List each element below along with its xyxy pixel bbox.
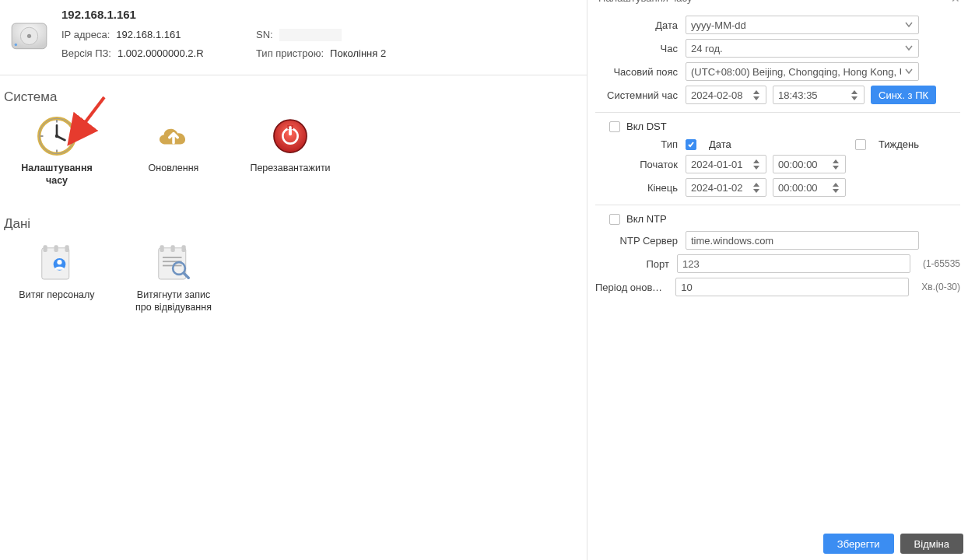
power-icon	[268, 114, 312, 158]
svg-point-3	[15, 44, 17, 46]
time-settings-panel: Налаштування часу ✕ Дата yyyy-MM-dd Час …	[587, 0, 968, 560]
card-time-settings[interactable]: Налаштування часу	[14, 114, 100, 187]
personnel-icon	[35, 241, 79, 285]
stepper-down-icon[interactable]	[752, 95, 761, 101]
dst-start-label: Початок	[595, 159, 686, 170]
card-label: Оновлення	[149, 163, 199, 175]
dst-type-label: Тип	[595, 138, 686, 150]
system-date-value[interactable]	[691, 89, 749, 101]
stepper-down-icon[interactable]	[752, 187, 761, 194]
svg-rect-21	[65, 246, 69, 253]
svg-point-23	[57, 260, 61, 264]
dst-type-date-checkbox[interactable]	[686, 139, 696, 150]
dst-end-time-input[interactable]	[773, 178, 846, 197]
section-system-title: Система	[0, 75, 587, 105]
ntp-server-input[interactable]	[686, 231, 919, 250]
date-format-label: Дата	[595, 19, 686, 31]
device-info: 192.168.1.161 IP адреса: 192.168.1.161 S…	[61, 8, 579, 59]
stepper-up-icon[interactable]	[752, 181, 761, 187]
type-label: Тип пристрою:	[256, 47, 324, 59]
card-label: Перезавантажити	[250, 163, 330, 175]
sn-label: SN:	[256, 29, 273, 41]
data-cards: Витяг персоналу Витягнути запис про відв…	[0, 232, 587, 329]
dst-type-week-label: Тиждень	[879, 138, 919, 150]
clock-icon	[35, 114, 79, 158]
svg-rect-20	[54, 246, 58, 253]
ntp-port-label: Порт	[595, 258, 677, 270]
ntp-server-label: NTP Сервер	[595, 235, 686, 247]
panel-header: Налаштування часу ✕	[587, 0, 968, 8]
separator	[595, 205, 960, 205]
svg-rect-17	[289, 126, 292, 135]
system-date-input[interactable]	[686, 86, 766, 104]
card-extract-records[interactable]: Витягнути запис про відвідування	[131, 241, 216, 313]
svg-rect-26	[171, 246, 175, 253]
device-ip-title: 192.168.1.161	[61, 8, 579, 21]
ntp-port-hint: (1-65535	[923, 258, 960, 269]
system-cards: Налаштування часу Оновлення	[0, 105, 587, 202]
cancel-button[interactable]: Відміна	[900, 534, 963, 554]
stepper-down-icon[interactable]	[832, 187, 840, 194]
dst-end-date-input[interactable]	[686, 178, 766, 197]
stepper-down-icon[interactable]	[752, 164, 761, 170]
stepper-down-icon[interactable]	[850, 95, 859, 101]
device-left-pane: 192.168.1.161 IP адреса: 192.168.1.161 S…	[0, 0, 587, 560]
stepper-up-icon[interactable]	[832, 181, 840, 187]
ntp-refresh-hint: Хв.(0-30)	[921, 282, 960, 292]
card-update[interactable]: Оновлення	[131, 114, 216, 187]
ntp-enable-checkbox[interactable]	[609, 214, 620, 225]
device-header: 192.168.1.161 IP адреса: 192.168.1.161 S…	[0, 0, 587, 75]
timezone-select[interactable]: (UTC+08:00) Beijing, Chongqing, Hong Kon…	[686, 62, 919, 81]
fw-value: 1.002.0000000.2.R	[117, 47, 204, 59]
section-data-title: Дані	[0, 202, 587, 232]
svg-point-2	[27, 34, 31, 38]
ip-label: IP адреса:	[61, 29, 110, 41]
svg-rect-27	[182, 246, 186, 253]
ntp-port-input[interactable]	[677, 254, 910, 273]
stepper-up-icon[interactable]	[752, 89, 761, 95]
dst-enable-label: Вкл DST	[626, 121, 667, 132]
date-format-select[interactable]: yyyy-MM-dd	[686, 16, 919, 34]
dst-enable-checkbox[interactable]	[609, 121, 620, 132]
type-value: Покоління 2	[330, 47, 386, 59]
panel-footer: Зберегти Відміна	[819, 529, 968, 558]
ntp-enable-label: Вкл NTP	[626, 213, 667, 225]
svg-rect-25	[160, 246, 164, 253]
stepper-up-icon[interactable]	[850, 89, 859, 95]
ntp-refresh-input[interactable]	[675, 278, 909, 296]
svg-point-8	[55, 135, 58, 138]
cloud-upload-icon	[152, 114, 195, 158]
harddisk-icon	[8, 14, 51, 57]
panel-title: Налаштування часу	[598, 0, 692, 4]
dst-type-date-label: Дата	[709, 138, 731, 150]
card-label: Налаштування часу	[14, 163, 100, 187]
timezone-label: Часовий пояс	[595, 66, 686, 78]
dst-start-time-input[interactable]	[773, 155, 846, 173]
records-search-icon	[152, 241, 195, 285]
separator	[595, 112, 960, 113]
system-time-label: Системний час	[595, 89, 686, 101]
card-reboot[interactable]: Перезавантажити	[247, 114, 333, 187]
system-time-input[interactable]	[773, 86, 865, 104]
fw-label: Версія ПЗ:	[61, 47, 111, 59]
ip-value: 192.168.1.161	[116, 29, 181, 41]
stepper-up-icon[interactable]	[832, 158, 840, 164]
ntp-refresh-label: Період оновле...	[595, 282, 675, 293]
dst-type-week-checkbox[interactable]	[855, 139, 866, 150]
dst-end-label: Кінець	[595, 182, 686, 194]
save-button[interactable]: Зберегти	[823, 534, 894, 554]
stepper-down-icon[interactable]	[832, 164, 840, 170]
sn-value	[279, 29, 342, 41]
sync-pc-button[interactable]: Синх. з ПК	[871, 86, 936, 104]
time-format-select[interactable]: 24 год.	[686, 39, 919, 58]
dst-start-date-input[interactable]	[686, 155, 766, 173]
card-extract-personnel[interactable]: Витяг персоналу	[14, 241, 100, 313]
svg-rect-19	[44, 246, 47, 253]
close-icon[interactable]: ✕	[951, 0, 960, 5]
card-label: Витягнути запис про відвідування	[131, 289, 216, 313]
card-label: Витяг персоналу	[19, 289, 94, 302]
stepper-up-icon[interactable]	[752, 158, 761, 164]
system-time-value[interactable]	[778, 89, 847, 101]
time-format-label: Час	[595, 43, 686, 54]
svg-point-13	[274, 120, 307, 152]
